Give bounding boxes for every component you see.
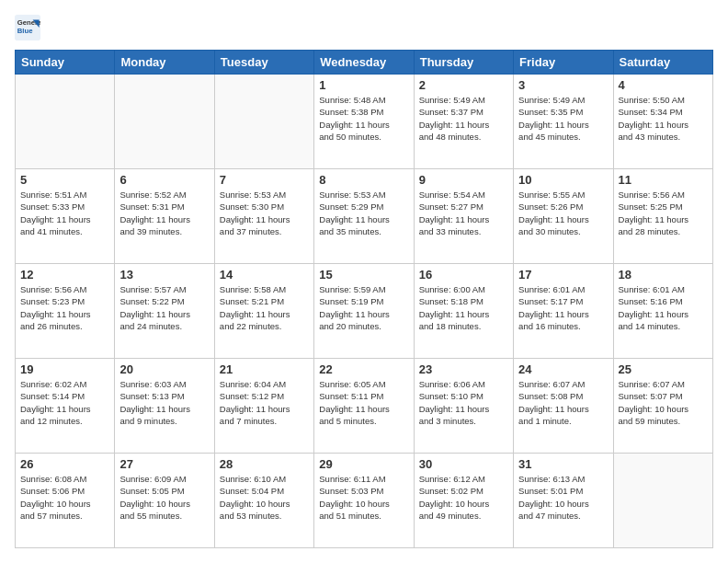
- day-info: Sunrise: 5:50 AM Sunset: 5:34 PM Dayligh…: [619, 94, 708, 143]
- day-info: Sunrise: 6:13 AM Sunset: 5:01 PM Dayligh…: [518, 473, 608, 522]
- weekday-header-sunday: Sunday: [16, 51, 115, 75]
- day-info: Sunrise: 6:07 AM Sunset: 5:08 PM Dayligh…: [518, 378, 608, 427]
- calendar-cell: [214, 75, 313, 169]
- calendar-cell: 28Sunrise: 6:10 AM Sunset: 5:04 PM Dayli…: [214, 454, 313, 548]
- day-info: Sunrise: 6:01 AM Sunset: 5:17 PM Dayligh…: [518, 283, 608, 332]
- day-info: Sunrise: 6:02 AM Sunset: 5:14 PM Dayligh…: [20, 378, 109, 427]
- day-info: Sunrise: 5:57 AM Sunset: 5:22 PM Dayligh…: [119, 283, 209, 332]
- day-number: 24: [518, 362, 608, 376]
- calendar-cell: 10Sunrise: 5:55 AM Sunset: 5:26 PM Dayli…: [514, 169, 613, 264]
- calendar-cell: 19Sunrise: 6:02 AM Sunset: 5:14 PM Dayli…: [16, 359, 115, 454]
- day-info: Sunrise: 5:49 AM Sunset: 5:37 PM Dayligh…: [419, 94, 508, 143]
- calendar-page: General Blue SundayMondayTuesdayWednesda…: [0, 0, 728, 563]
- day-info: Sunrise: 5:58 AM Sunset: 5:21 PM Dayligh…: [220, 283, 309, 332]
- day-info: Sunrise: 6:06 AM Sunset: 5:10 PM Dayligh…: [419, 378, 508, 427]
- calendar-cell: 22Sunrise: 6:05 AM Sunset: 5:11 PM Dayli…: [314, 359, 414, 454]
- calendar-cell: 21Sunrise: 6:04 AM Sunset: 5:12 PM Dayli…: [214, 359, 313, 454]
- day-info: Sunrise: 6:05 AM Sunset: 5:11 PM Dayligh…: [319, 378, 408, 427]
- day-info: Sunrise: 6:00 AM Sunset: 5:18 PM Dayligh…: [419, 283, 508, 332]
- calendar-cell: 11Sunrise: 5:56 AM Sunset: 5:25 PM Dayli…: [613, 169, 712, 264]
- day-info: Sunrise: 5:53 AM Sunset: 5:30 PM Dayligh…: [220, 189, 309, 237]
- calendar-cell: 18Sunrise: 6:01 AM Sunset: 5:16 PM Dayli…: [613, 264, 712, 359]
- calendar-cell: 16Sunrise: 6:00 AM Sunset: 5:18 PM Dayli…: [414, 264, 513, 359]
- weekday-header-tuesday: Tuesday: [214, 51, 313, 75]
- calendar-cell: 8Sunrise: 5:53 AM Sunset: 5:29 PM Daylig…: [314, 169, 414, 264]
- day-number: 28: [220, 457, 309, 471]
- day-info: Sunrise: 5:52 AM Sunset: 5:31 PM Dayligh…: [119, 189, 209, 237]
- day-number: 12: [20, 268, 109, 282]
- day-number: 21: [220, 362, 309, 376]
- day-number: 14: [220, 268, 309, 282]
- calendar-cell: 23Sunrise: 6:06 AM Sunset: 5:10 PM Dayli…: [414, 359, 513, 454]
- weekday-header-wednesday: Wednesday: [314, 51, 414, 75]
- day-number: 29: [319, 457, 408, 471]
- day-number: 3: [518, 78, 608, 92]
- calendar-cell: 17Sunrise: 6:01 AM Sunset: 5:17 PM Dayli…: [514, 264, 613, 359]
- calendar-cell: 5Sunrise: 5:51 AM Sunset: 5:33 PM Daylig…: [16, 169, 115, 264]
- day-info: Sunrise: 5:51 AM Sunset: 5:33 PM Dayligh…: [20, 189, 109, 237]
- weekday-header-friday: Friday: [514, 51, 613, 75]
- calendar-cell: [115, 75, 214, 169]
- calendar-cell: [16, 75, 115, 169]
- calendar-cell: 27Sunrise: 6:09 AM Sunset: 5:05 PM Dayli…: [115, 454, 214, 548]
- weekday-header-saturday: Saturday: [613, 51, 712, 75]
- day-info: Sunrise: 5:48 AM Sunset: 5:38 PM Dayligh…: [319, 94, 408, 143]
- calendar-table: SundayMondayTuesdayWednesdayThursdayFrid…: [15, 50, 713, 548]
- svg-text:Blue: Blue: [17, 27, 33, 35]
- day-info: Sunrise: 6:08 AM Sunset: 5:06 PM Dayligh…: [20, 473, 109, 522]
- calendar-cell: 25Sunrise: 6:07 AM Sunset: 5:07 PM Dayli…: [613, 359, 712, 454]
- day-number: 19: [20, 362, 109, 376]
- day-number: 27: [119, 457, 209, 471]
- calendar-cell: 30Sunrise: 6:12 AM Sunset: 5:02 PM Dayli…: [414, 454, 513, 548]
- day-number: 15: [319, 268, 408, 282]
- day-number: 30: [419, 457, 508, 471]
- day-info: Sunrise: 5:53 AM Sunset: 5:29 PM Dayligh…: [319, 189, 408, 237]
- logo: General Blue: [15, 15, 44, 40]
- day-number: 17: [518, 268, 608, 282]
- day-number: 20: [119, 362, 209, 376]
- calendar-cell: 15Sunrise: 5:59 AM Sunset: 5:19 PM Dayli…: [314, 264, 414, 359]
- weekday-header-monday: Monday: [115, 51, 214, 75]
- day-number: 31: [518, 457, 608, 471]
- header: General Blue: [15, 15, 713, 40]
- calendar-cell: 24Sunrise: 6:07 AM Sunset: 5:08 PM Dayli…: [514, 359, 613, 454]
- day-info: Sunrise: 6:11 AM Sunset: 5:03 PM Dayligh…: [319, 473, 408, 522]
- calendar-cell: 2Sunrise: 5:49 AM Sunset: 5:37 PM Daylig…: [414, 75, 513, 169]
- day-info: Sunrise: 6:03 AM Sunset: 5:13 PM Dayligh…: [119, 378, 209, 427]
- day-info: Sunrise: 5:49 AM Sunset: 5:35 PM Dayligh…: [518, 94, 608, 143]
- day-number: 13: [119, 268, 209, 282]
- day-number: 2: [419, 78, 508, 92]
- weekday-header-thursday: Thursday: [414, 51, 513, 75]
- calendar-cell: 31Sunrise: 6:13 AM Sunset: 5:01 PM Dayli…: [514, 454, 613, 548]
- calendar-cell: 9Sunrise: 5:54 AM Sunset: 5:27 PM Daylig…: [414, 169, 513, 264]
- calendar-cell: 3Sunrise: 5:49 AM Sunset: 5:35 PM Daylig…: [514, 75, 613, 169]
- calendar-cell: 4Sunrise: 5:50 AM Sunset: 5:34 PM Daylig…: [613, 75, 712, 169]
- day-info: Sunrise: 6:09 AM Sunset: 5:05 PM Dayligh…: [119, 473, 209, 522]
- calendar-cell: 13Sunrise: 5:57 AM Sunset: 5:22 PM Dayli…: [115, 264, 214, 359]
- calendar-cell: 14Sunrise: 5:58 AM Sunset: 5:21 PM Dayli…: [214, 264, 313, 359]
- day-number: 7: [220, 173, 309, 187]
- day-info: Sunrise: 6:07 AM Sunset: 5:07 PM Dayligh…: [619, 378, 708, 427]
- day-number: 9: [419, 173, 508, 187]
- day-number: 6: [119, 173, 209, 187]
- day-info: Sunrise: 5:54 AM Sunset: 5:27 PM Dayligh…: [419, 189, 508, 237]
- calendar-cell: 12Sunrise: 5:56 AM Sunset: 5:23 PM Dayli…: [16, 264, 115, 359]
- day-number: 11: [619, 173, 708, 187]
- day-info: Sunrise: 5:59 AM Sunset: 5:19 PM Dayligh…: [319, 283, 408, 332]
- day-info: Sunrise: 5:55 AM Sunset: 5:26 PM Dayligh…: [518, 189, 608, 237]
- logo-icon: General Blue: [15, 15, 40, 40]
- calendar-cell: 1Sunrise: 5:48 AM Sunset: 5:38 PM Daylig…: [314, 75, 414, 169]
- calendar-cell: 7Sunrise: 5:53 AM Sunset: 5:30 PM Daylig…: [214, 169, 313, 264]
- day-number: 23: [419, 362, 508, 376]
- day-number: 8: [319, 173, 408, 187]
- calendar-cell: 29Sunrise: 6:11 AM Sunset: 5:03 PM Dayli…: [314, 454, 414, 548]
- day-number: 10: [518, 173, 608, 187]
- day-number: 18: [619, 268, 708, 282]
- day-info: Sunrise: 6:12 AM Sunset: 5:02 PM Dayligh…: [419, 473, 508, 522]
- calendar-cell: [613, 454, 712, 548]
- day-info: Sunrise: 6:01 AM Sunset: 5:16 PM Dayligh…: [619, 283, 708, 332]
- day-number: 22: [319, 362, 408, 376]
- calendar-cell: 6Sunrise: 5:52 AM Sunset: 5:31 PM Daylig…: [115, 169, 214, 264]
- day-info: Sunrise: 5:56 AM Sunset: 5:25 PM Dayligh…: [619, 189, 708, 237]
- day-info: Sunrise: 6:10 AM Sunset: 5:04 PM Dayligh…: [220, 473, 309, 522]
